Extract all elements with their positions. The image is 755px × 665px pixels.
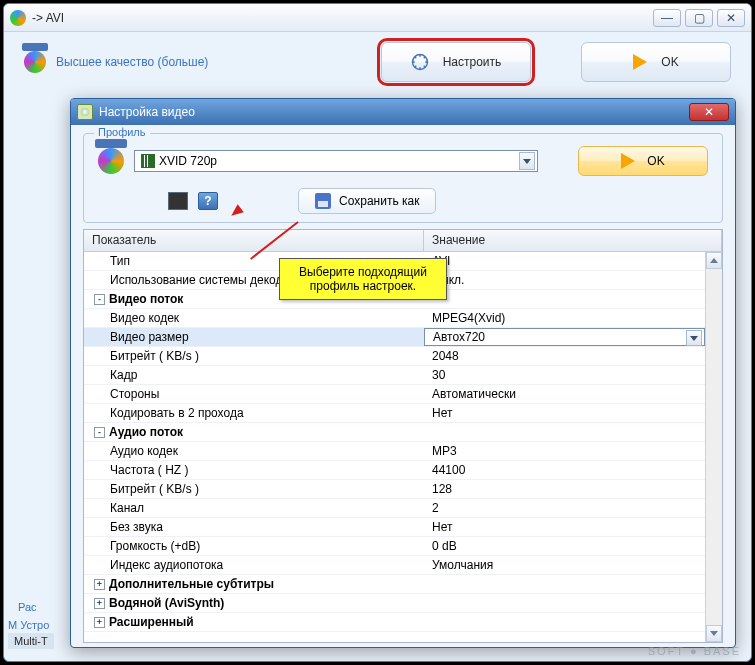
grid-row[interactable]: Битрейт ( KB/s )128 xyxy=(84,480,705,499)
profile-legend: Профиль xyxy=(94,126,150,138)
grid-body[interactable]: ТипAVIИспользование системы декодер (Avi… xyxy=(84,252,705,642)
property-value: Умолчания xyxy=(432,558,493,572)
scroll-track[interactable] xyxy=(706,269,722,625)
property-name: Громкость (+dB) xyxy=(110,539,200,553)
property-name: Канал xyxy=(110,501,144,515)
quality-label: Высшее качество (больше) xyxy=(56,55,208,69)
property-value: MP3 xyxy=(432,444,457,458)
property-value: Автох720 xyxy=(433,330,485,344)
arrow-right-icon xyxy=(621,153,635,169)
grid-row[interactable]: Громкость (+dB)0 dB xyxy=(84,537,705,556)
scrollbar[interactable] xyxy=(705,252,722,642)
grid-row[interactable]: Кодировать в 2 проходаНет xyxy=(84,404,705,423)
configure-button[interactable]: Настроить xyxy=(381,42,531,82)
ok-button-dialog[interactable]: OK xyxy=(578,146,708,176)
chevron-down-icon[interactable] xyxy=(519,152,535,170)
property-value: Нет xyxy=(432,406,452,420)
bg-text-rasс: Рас xyxy=(18,601,37,613)
app-icon xyxy=(10,10,26,26)
video-settings-dialog: Настройка видео ✕ Профиль XVID 720p OK ? xyxy=(70,98,736,648)
window-title: -> AVI xyxy=(32,11,653,25)
property-value: 0 dB xyxy=(432,539,457,553)
property-name: Индекс аудиопотока xyxy=(110,558,223,572)
format-avi-icon xyxy=(24,51,46,73)
grid-header: Показатель Значение xyxy=(84,230,722,252)
grid-row[interactable]: Видео кодекMPEG4(Xvid) xyxy=(84,309,705,328)
property-name: Битрейт ( KB/s ) xyxy=(110,482,199,496)
bg-text-multi: Multi-T xyxy=(8,633,54,649)
property-value: MPEG4(Xvid) xyxy=(432,311,505,325)
grid-row[interactable]: Индекс аудиопотокаУмолчания xyxy=(84,556,705,575)
property-name: Стороны xyxy=(110,387,159,401)
help-button[interactable]: ? xyxy=(198,192,218,210)
grid-row[interactable]: Частота ( HZ )44100 xyxy=(84,461,705,480)
dialog-close-button[interactable]: ✕ xyxy=(689,103,729,121)
save-as-button[interactable]: Сохранить как xyxy=(298,188,436,214)
col-header-value: Значение xyxy=(424,230,722,251)
profile-combobox[interactable]: XVID 720p xyxy=(134,150,538,172)
grid-row[interactable]: Канал2 xyxy=(84,499,705,518)
expander-icon[interactable]: + xyxy=(94,579,105,590)
maximize-button[interactable]: ▢ xyxy=(685,9,713,27)
property-value: 2 xyxy=(432,501,439,515)
property-name: Без звука xyxy=(110,520,163,534)
save-as-label: Сохранить как xyxy=(339,194,419,208)
property-name: Кодировать в 2 прохода xyxy=(110,406,244,420)
property-name: Частота ( HZ ) xyxy=(110,463,188,477)
grid-row[interactable]: СтороныАвтоматически xyxy=(84,385,705,404)
ok-button-main[interactable]: OK xyxy=(581,42,731,82)
expander-icon[interactable]: + xyxy=(94,617,105,628)
property-name: Аудио поток xyxy=(109,425,183,439)
grid-group-row[interactable]: -Аудио поток xyxy=(84,423,705,442)
property-name: Видео кодек xyxy=(110,311,179,325)
property-value: 128 xyxy=(432,482,452,496)
property-name: Видео поток xyxy=(109,292,183,306)
property-name: Видео размер xyxy=(110,330,189,344)
property-value: 44100 xyxy=(432,463,465,477)
ok-label: OK xyxy=(661,55,678,69)
film-icon xyxy=(141,154,155,168)
watermark: SOFT ● BASE xyxy=(648,645,741,657)
property-name: Аудио кодек xyxy=(110,444,178,458)
tooltip-callout: Выберите подходящий профиль настроек. xyxy=(279,258,447,300)
dialog-icon xyxy=(77,104,93,120)
close-button[interactable]: ✕ xyxy=(717,9,745,27)
property-name: Дополнительные субтитры xyxy=(109,577,274,591)
grid-group-row[interactable]: +Расширенный xyxy=(84,613,705,632)
grid-group-row[interactable]: +Дополнительные субтитры xyxy=(84,575,705,594)
property-value: Автоматически xyxy=(432,387,516,401)
expander-icon[interactable]: - xyxy=(94,294,105,305)
bg-text-1: М Устро xyxy=(8,619,49,631)
main-toolbar: Высшее качество (больше) Настроить OK xyxy=(4,32,751,92)
grid-row[interactable]: Без звукаНет xyxy=(84,518,705,537)
grid-row[interactable]: Кадр30 xyxy=(84,366,705,385)
property-value: Нет xyxy=(432,520,452,534)
col-header-name: Показатель xyxy=(84,230,424,251)
scroll-down-button[interactable] xyxy=(706,625,722,642)
property-value: 2048 xyxy=(432,349,459,363)
grid-row[interactable]: Аудио кодекMP3 xyxy=(84,442,705,461)
property-name: Расширенный xyxy=(109,615,194,629)
gear-icon xyxy=(411,53,429,71)
scroll-up-button[interactable] xyxy=(706,252,722,269)
grid-group-row[interactable]: +Водяной (AviSynth) xyxy=(84,594,705,613)
configure-label: Настроить xyxy=(443,55,502,69)
profile-value: XVID 720p xyxy=(159,154,519,168)
dialog-titlebar: Настройка видео ✕ xyxy=(71,99,735,125)
format-avi-icon xyxy=(98,148,124,174)
grid-row[interactable]: Битрейт ( KB/s )2048 xyxy=(84,347,705,366)
expander-icon[interactable]: - xyxy=(94,427,105,438)
grid-row[interactable]: Видео размерАвтох720 xyxy=(84,328,705,347)
property-name: Тип xyxy=(110,254,130,268)
console-icon-button[interactable] xyxy=(168,192,188,210)
expander-icon[interactable]: + xyxy=(94,598,105,609)
ok-label: OK xyxy=(647,154,664,168)
arrow-right-icon xyxy=(633,54,647,70)
chevron-down-icon[interactable] xyxy=(686,330,702,346)
minimize-button[interactable]: — xyxy=(653,9,681,27)
property-value: 30 xyxy=(432,368,445,382)
profile-fieldset: Профиль XVID 720p OK ? Сохранить к xyxy=(83,133,723,223)
property-name: Битрейт ( KB/s ) xyxy=(110,349,199,363)
main-titlebar: -> AVI — ▢ ✕ xyxy=(4,4,751,32)
dialog-title: Настройка видео xyxy=(99,105,689,119)
